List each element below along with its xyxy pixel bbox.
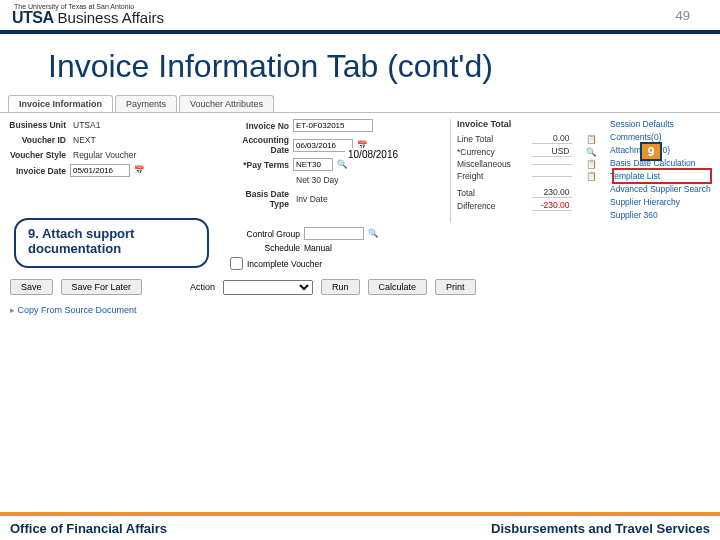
run-button[interactable]: Run [321,279,360,295]
freight-label: Freight [457,171,517,181]
link-session-defaults[interactable]: Session Defaults [610,119,716,129]
instruction-text: 9. Attach support documentation [28,226,134,256]
voucher-style-value: Regular Voucher [70,149,139,161]
business-unit-value: UTSA1 [70,119,130,131]
form-col-mid: Invoice No Accounting Date📅 *Pay Terms🔍 … [227,119,444,223]
invoice-date-label: Invoice Date [4,166,66,176]
print-button[interactable]: Print [435,279,476,295]
calendar-icon[interactable]: 📅 [134,165,145,176]
footer: Office of Financial Affairs Disbursement… [0,512,720,540]
page-title: Invoice Information Tab (cont'd) [0,34,720,95]
pay-terms-input[interactable] [293,158,333,171]
invoice-no-input[interactable] [293,119,373,132]
calculate-button[interactable]: Calculate [368,279,428,295]
logo: UTSA Business Affairs [12,9,164,27]
copy-from-source-link[interactable]: ▸ Copy From Source Document [0,301,720,319]
save-for-later-button[interactable]: Save For Later [61,279,143,295]
control-group-input[interactable] [304,227,364,240]
save-button[interactable]: Save [10,279,53,295]
business-unit-label: Business Unit [4,120,66,130]
instruction-bubble: 9. Attach support documentation [14,218,209,268]
voucher-id-value: NEXT [70,134,130,146]
expand-icon: ▸ [10,305,15,315]
freight-value[interactable] [532,176,572,177]
link-supplier-360[interactable]: Supplier 360 [610,210,716,220]
date-overlay: 10/08/2016 [345,148,401,161]
logo-bold: UTSA [12,9,54,27]
tagline: The University of Texas at San Antonio [14,3,134,10]
voucher-style-label: Voucher Style [4,150,66,160]
footer-left: Office of Financial Affairs [10,521,167,536]
calc-icon[interactable]: 📋 [586,171,600,181]
link-comments[interactable]: Comments(0) [610,132,716,142]
calc-icon[interactable]: 📋 [586,159,600,169]
control-group-label: Control Group [230,229,300,239]
voucher-id-label: Voucher ID [4,135,66,145]
action-label: Action [190,282,215,292]
schedule-label: Schedule [230,243,300,253]
invoice-no-label: Invoice No [227,121,289,131]
link-basis-date-calc[interactable]: Basis Date Calculation [610,158,716,168]
copy-link-text: Copy From Source Document [18,305,137,315]
invoice-total-header: Invoice Total [457,119,600,129]
header-bar: The University of Texas at San Antonio U… [0,0,720,34]
pay-terms-desc: Net 30 Day [293,174,353,186]
search-icon[interactable]: 🔍 [586,147,600,157]
misc-label: Miscellaneous [457,159,517,169]
invoice-date-input[interactable] [70,164,130,177]
link-attachments[interactable]: Attachments (0) [610,145,716,155]
search-icon[interactable]: 🔍 [368,228,379,239]
tab-bar: Invoice Information Payments Voucher Att… [0,95,720,113]
attachments-highlight-box [612,168,712,184]
form-col-left: Business UnitUTSA1 Voucher IDNEXT Vouche… [4,119,221,223]
incomplete-voucher-checkbox[interactable] [230,257,243,270]
basis-date-label: Basis Date Type [227,189,289,209]
total-label: Total [457,188,517,198]
accounting-date-input[interactable] [293,139,353,152]
callout-9-marker: 9 [640,142,662,161]
link-supplier-hierarchy[interactable]: Supplier Hierarchy [610,197,716,207]
difference-value: -230.00 [532,200,572,211]
page-number: 49 [676,8,690,23]
line-total-value: 0.00 [532,133,572,144]
logo-text: Business Affairs [58,9,164,26]
currency-value: USD [532,146,572,157]
basis-date-value: Inv Date [293,193,353,205]
invoice-total-panel: Invoice Total Line Total0.00📋 *CurrencyU… [450,119,600,223]
tab-payments[interactable]: Payments [115,95,177,112]
incomplete-voucher-label: Incomplete Voucher [247,259,322,269]
difference-label: Difference [457,201,517,211]
accounting-date-label: Accounting Date [227,135,289,155]
link-adv-supplier-search[interactable]: Advanced Supplier Search [610,184,716,194]
currency-label: *Currency [457,147,517,157]
footer-right: Disbursements and Travel Services [491,521,710,536]
total-value: 230.00 [532,187,572,198]
action-select[interactable] [223,280,313,295]
tab-voucher-attrs[interactable]: Voucher Attributes [179,95,274,112]
pay-terms-label: *Pay Terms [227,160,289,170]
schedule-value: Manual [304,243,332,253]
misc-value[interactable] [532,164,572,165]
line-total-label: Line Total [457,134,517,144]
calc-icon[interactable]: 📋 [586,134,600,144]
action-row: Save Save For Later Action Run Calculate… [0,273,720,301]
tab-invoice-info[interactable]: Invoice Information [8,95,113,112]
